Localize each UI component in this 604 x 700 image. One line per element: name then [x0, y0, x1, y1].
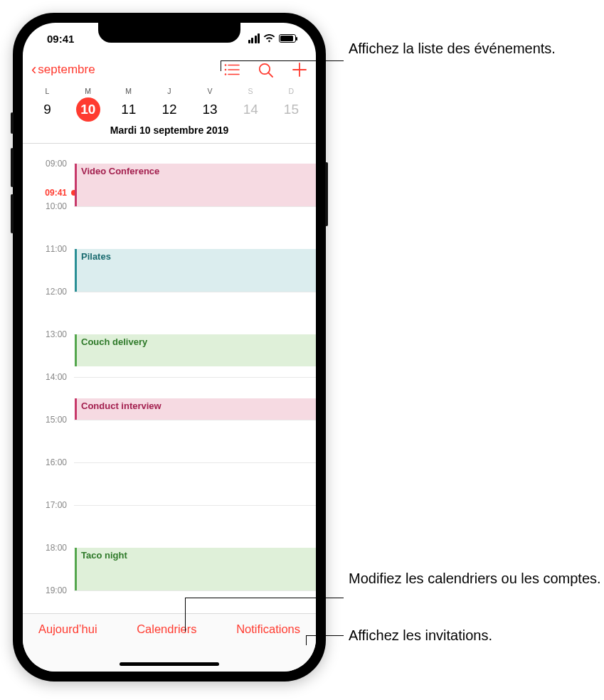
calendar-event[interactable]: Conduct interview	[75, 398, 316, 420]
status-time: 09:41	[47, 33, 74, 45]
day-number[interactable]: 11	[117, 97, 141, 122]
hour-label: 18:00	[23, 543, 67, 553]
day-column[interactable]: V13	[190, 87, 231, 122]
calendar-event[interactable]: Couch delivery	[75, 334, 316, 366]
svg-line-7	[268, 73, 272, 77]
calendar-event[interactable]: Taco night	[75, 548, 316, 590]
week-row: L9M10M11J12V13S14D15	[23, 85, 316, 122]
battery-icon	[279, 34, 296, 43]
inbox-button[interactable]: Notifications	[236, 622, 300, 636]
day-letter: J	[149, 87, 189, 95]
callout-line	[306, 635, 307, 645]
day-number[interactable]: 10	[76, 97, 100, 122]
hour-label: 17:00	[23, 500, 67, 510]
day-letter: D	[271, 87, 312, 95]
date-title: Mardi 10 septembre 2019	[23, 122, 316, 144]
day-column[interactable]: J12	[149, 87, 189, 122]
list-view-icon[interactable]	[224, 63, 240, 76]
callout-line	[221, 60, 344, 61]
hour-label: 19:00	[23, 585, 67, 595]
home-indicator[interactable]	[120, 662, 219, 666]
svg-point-0	[225, 64, 227, 66]
hour-label: 11:00	[23, 244, 67, 254]
hour-label: 12:00	[23, 287, 67, 297]
day-letter: M	[108, 87, 149, 95]
volume-down-button	[11, 194, 14, 233]
callout-view-invitations: Affichez les invitations.	[349, 626, 492, 645]
callout-edit-calendars: Modifiez les calendriers ou les comptes.	[349, 569, 601, 588]
hour-grid-line	[74, 462, 316, 463]
hour-grid-line	[74, 206, 316, 207]
day-letter: M	[68, 87, 108, 95]
hour-grid-line	[74, 420, 316, 420]
hour-label: 15:00	[23, 415, 67, 425]
iphone-frame: 09:41 ‹ septembre	[13, 13, 326, 682]
day-number[interactable]: 13	[198, 97, 222, 122]
mute-switch	[11, 112, 14, 134]
callout-line	[185, 598, 186, 632]
wifi-icon	[263, 33, 275, 45]
status-indicators	[248, 33, 297, 45]
day-column[interactable]: D15	[271, 87, 312, 122]
day-column[interactable]: L9	[27, 87, 68, 122]
hour-grid-line	[74, 377, 316, 378]
power-button	[325, 162, 328, 226]
navigation-bar: ‹ septembre	[23, 54, 316, 85]
day-number[interactable]: 9	[36, 97, 60, 122]
search-icon[interactable]	[258, 63, 273, 78]
hour-grid-line	[74, 590, 316, 591]
day-column[interactable]: S14	[231, 87, 271, 122]
hour-label: 16:00	[23, 457, 67, 467]
calendars-button[interactable]: Calendriers	[137, 622, 196, 636]
bottom-toolbar: Aujourd’hui Calendriers Notifications	[23, 613, 316, 672]
day-number[interactable]: 14	[238, 97, 263, 122]
day-number[interactable]: 15	[279, 97, 303, 122]
current-time-label: 09:41	[23, 187, 67, 198]
cellular-icon	[248, 33, 260, 43]
day-letter: L	[27, 87, 68, 95]
callout-line	[185, 598, 344, 598]
hour-label: 09:00	[23, 159, 67, 169]
day-number[interactable]: 12	[157, 97, 181, 122]
hour-label: 14:00	[23, 372, 67, 382]
day-letter: V	[190, 87, 231, 95]
chevron-left-icon: ‹	[31, 62, 36, 78]
callout-line	[221, 60, 221, 71]
hour-grid-line	[74, 505, 316, 506]
callout-list-events: Affichez la liste des événements.	[349, 39, 556, 58]
screen: 09:41 ‹ septembre	[23, 23, 316, 672]
back-button[interactable]: ‹ septembre	[31, 62, 95, 78]
calendar-event[interactable]: Video Conference	[75, 164, 316, 206]
add-event-icon[interactable]	[292, 62, 307, 78]
day-column[interactable]: M10	[68, 87, 108, 122]
day-column[interactable]: M11	[108, 87, 149, 122]
hour-label: 10:00	[23, 201, 67, 211]
hour-label: 13:00	[23, 329, 67, 339]
callout-line	[306, 635, 344, 636]
today-button[interactable]: Aujourd’hui	[38, 622, 97, 636]
back-label: septembre	[38, 63, 95, 77]
svg-point-2	[225, 69, 227, 71]
day-letter: S	[231, 87, 271, 95]
day-timeline[interactable]: 09:0010:0011:0012:0013:0014:0015:0016:00…	[23, 144, 316, 606]
notch	[98, 23, 240, 43]
calendar-event[interactable]: Pilates	[75, 249, 316, 292]
hour-grid-line	[74, 292, 316, 292]
volume-up-button	[11, 148, 14, 187]
svg-point-4	[225, 73, 227, 75]
